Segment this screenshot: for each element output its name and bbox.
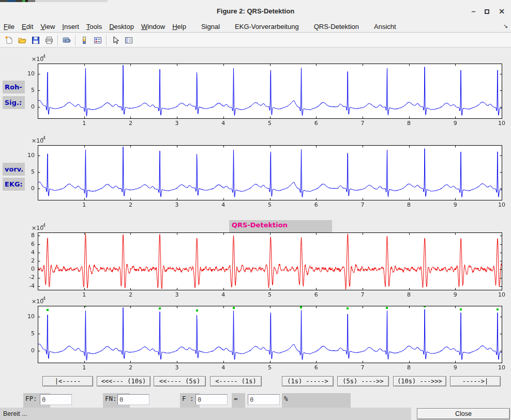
insert-legend-icon[interactable] bbox=[91, 34, 104, 46]
minimize-icon[interactable]: – bbox=[471, 7, 475, 15]
menu-signal[interactable]: Signal bbox=[198, 22, 223, 32]
menu-ekg-vorverarbeitung[interactable]: EKG-Vorverarbeitung bbox=[231, 22, 303, 32]
new-figure-icon[interactable] bbox=[2, 34, 16, 46]
status-text: Bereit ... bbox=[3, 410, 27, 417]
nav-forward-5s-button[interactable]: (5s) ---->> bbox=[337, 376, 389, 386]
status-bar: Bereit ... bbox=[0, 408, 411, 420]
menubar: File Edit View Insert Tools Desktop Wind… bbox=[0, 21, 511, 33]
menu-window[interactable]: Window bbox=[138, 22, 169, 32]
menu-overflow-icon[interactable]: ↘ bbox=[503, 23, 508, 29]
percent-label: % bbox=[282, 393, 351, 408]
label-sig: Sig.: bbox=[3, 96, 25, 109]
menu-edit[interactable]: Edit bbox=[18, 22, 37, 32]
plot-qrs-detektion bbox=[16, 223, 506, 300]
maximize-icon[interactable] bbox=[485, 9, 489, 14]
menu-tools[interactable]: Tools bbox=[83, 22, 106, 32]
equals-label: = bbox=[232, 393, 245, 408]
label-ekg: EKG: bbox=[3, 178, 25, 191]
property-inspector-icon[interactable] bbox=[122, 34, 136, 46]
nav-back-1s-button[interactable]: <----- (1s) bbox=[210, 376, 262, 386]
nav-forward-10s-button[interactable]: (10s) --->>> bbox=[393, 376, 446, 386]
f-input[interactable] bbox=[196, 394, 228, 405]
nav-back-5s-button[interactable]: <<---- (5s) bbox=[154, 376, 206, 386]
link-plot-icon[interactable] bbox=[60, 34, 73, 46]
plot-detektierte-r-zacken bbox=[16, 296, 506, 374]
nav-forward-1s-button[interactable]: (1s) -----> bbox=[282, 376, 334, 386]
label-roh: Roh- bbox=[3, 81, 25, 94]
toolbar-separator bbox=[75, 35, 76, 46]
save-figure-icon[interactable] bbox=[29, 34, 42, 46]
nav-to-end-button[interactable]: ----->| bbox=[450, 376, 501, 386]
label-vorv: vorv. bbox=[3, 163, 25, 176]
menu-insert[interactable]: Insert bbox=[58, 22, 83, 32]
window-title: Figure 2: QRS-Detektion bbox=[0, 7, 511, 15]
fp-input[interactable] bbox=[40, 394, 72, 405]
toolbar-separator bbox=[57, 35, 58, 46]
close-button[interactable]: Close bbox=[417, 408, 510, 419]
menu-view[interactable]: View bbox=[37, 22, 58, 32]
toolbar-separator bbox=[106, 35, 107, 46]
nav-to-start-button[interactable]: |<----- bbox=[42, 376, 93, 386]
fn-input[interactable] bbox=[117, 394, 149, 405]
plot3-title: QRS-Detektion bbox=[229, 220, 332, 232]
print-icon[interactable] bbox=[42, 34, 56, 46]
plot-vorverarbeitetes-ekg bbox=[16, 135, 506, 213]
menu-qrs-detektion[interactable]: QRS-Detektion bbox=[310, 22, 363, 32]
percent-input[interactable] bbox=[248, 394, 280, 405]
open-file-icon[interactable] bbox=[16, 34, 29, 46]
toolbar bbox=[0, 33, 511, 48]
menu-desktop[interactable]: Desktop bbox=[106, 22, 138, 32]
titlebar[interactable]: Figure 2: QRS-Detektion – ✕ bbox=[0, 2, 511, 21]
menu-file[interactable]: File bbox=[0, 22, 18, 32]
plot-roh-signal bbox=[16, 54, 506, 131]
edit-plot-icon[interactable] bbox=[109, 34, 122, 46]
figure-window: Figure 2: QRS-Detektion – ✕ File Edit Vi… bbox=[0, 0, 511, 420]
menu-ansicht[interactable]: Ansicht bbox=[370, 22, 400, 32]
close-window-icon[interactable]: ✕ bbox=[499, 7, 505, 15]
menu-help[interactable]: Help bbox=[169, 22, 190, 32]
nav-back-10s-button[interactable]: <<<--- (10s) bbox=[97, 376, 151, 386]
insert-colorbar-icon[interactable] bbox=[78, 34, 91, 46]
